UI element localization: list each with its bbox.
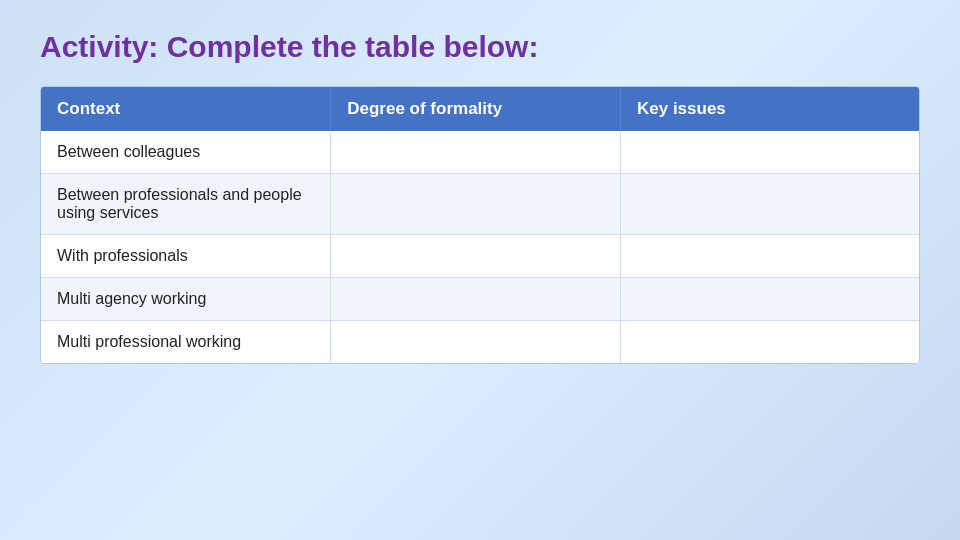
cell-issues [620,278,919,321]
table-row: Between professionals and people using s… [41,174,919,235]
cell-issues [620,235,919,278]
header-context: Context [41,87,331,131]
cell-formality [331,278,621,321]
cell-context: Between colleagues [41,131,331,174]
cell-issues [620,131,919,174]
table-row: Multi agency working [41,278,919,321]
cell-context: Between professionals and people using s… [41,174,331,235]
cell-context: Multi agency working [41,278,331,321]
table-row: With professionals [41,235,919,278]
table-header-row: Context Degree of formality Key issues [41,87,919,131]
cell-issues [620,321,919,364]
cell-context: Multi professional working [41,321,331,364]
cell-issues [620,174,919,235]
cell-formality [331,321,621,364]
activity-table: Context Degree of formality Key issues B… [40,86,920,364]
cell-context: With professionals [41,235,331,278]
table-row: Between colleagues [41,131,919,174]
page-title: Activity: Complete the table below: [40,30,920,64]
cell-formality [331,235,621,278]
cell-formality [331,174,621,235]
table-row: Multi professional working [41,321,919,364]
header-formality: Degree of formality [331,87,621,131]
cell-formality [331,131,621,174]
header-issues: Key issues [620,87,919,131]
